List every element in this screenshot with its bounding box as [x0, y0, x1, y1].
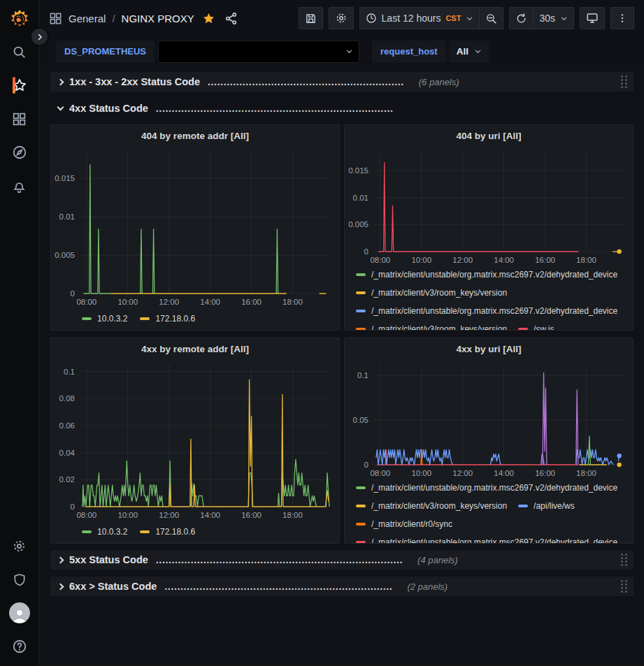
monitor-icon: [586, 12, 599, 24]
sidebar-item-starred[interactable]: [0, 68, 39, 102]
legend-label: /_matrix/client/v3/room_keys/version: [371, 288, 507, 298]
sidebar-bottom-group: [0, 529, 39, 666]
legend-label: /_matrix/client/unstable/org.matrix.msc2…: [371, 306, 617, 316]
apps-icon: [12, 112, 27, 126]
chevron-down-icon: [345, 48, 353, 55]
legend-swatch: [356, 291, 366, 294]
legend-item[interactable]: /_matrix/client/unstable/org.matrix.msc2…: [356, 533, 617, 543]
legend-swatch: [356, 505, 366, 507]
save-icon: [305, 13, 317, 24]
breadcrumb-folder[interactable]: General: [69, 13, 106, 24]
time-series-plot[interactable]: 00.0050.010.01508:0010:0012:0014:0016:00…: [51, 146, 339, 307]
time-series-plot[interactable]: 00.020.040.060.080.108:0010:0012:0014:00…: [51, 359, 339, 521]
legend-item[interactable]: /_matrix/client/v3/room_keys/version: [356, 497, 507, 515]
cycle-view-mode-button[interactable]: [580, 7, 605, 29]
share-button[interactable]: [223, 10, 239, 27]
legend-item[interactable]: /_matrix/client/unstable/org.matrix.msc2…: [356, 479, 617, 497]
panel-title[interactable]: 4xx by uri [All]: [345, 338, 633, 359]
legend-item[interactable]: /_matrix/client/v3/room_keys/version: [356, 320, 507, 330]
share-icon: [224, 12, 238, 25]
legend-swatch: [82, 530, 92, 533]
search-icon: [12, 45, 27, 59]
dashboard-settings-button[interactable]: [329, 7, 354, 29]
legend-item[interactable]: 10.0.3.2: [82, 310, 127, 328]
legend-label: /_matrix/client/unstable/org.matrix.msc2…: [371, 537, 617, 543]
chevron-right-icon: [57, 78, 64, 85]
legend-item[interactable]: /_matrix/client/unstable/org.matrix.msc2…: [356, 302, 617, 320]
sidebar-item-alerting[interactable]: [0, 169, 39, 203]
svg-text:16:00: 16:00: [241, 511, 262, 519]
chevron-right-icon: [57, 583, 64, 590]
panel-title[interactable]: 4xx by remote addr [All]: [51, 338, 339, 359]
legend-item[interactable]: /api/live/ws: [518, 497, 575, 515]
chevron-down-icon: [466, 15, 473, 22]
variable-value-ds-dropdown[interactable]: [158, 41, 359, 63]
row-1xx-3xx-2xx[interactable]: 1xx - 3xx - 2xx Status Code ............…: [50, 72, 634, 92]
refresh-interval-label: 30s: [539, 13, 555, 24]
row-drag-handle[interactable]: [621, 75, 627, 88]
row-4xx[interactable]: 4xx Status Code ........................…: [50, 99, 634, 118]
variable-value-request-host-dropdown[interactable]: All: [450, 41, 489, 63]
breadcrumb-dashboard-title[interactable]: NGINX PROXY: [122, 13, 194, 24]
panel-title[interactable]: 404 by uri [All]: [345, 125, 633, 146]
panel-title[interactable]: 404 by remote addr [All]: [51, 125, 339, 146]
refresh-interval-picker[interactable]: 30s: [534, 7, 574, 29]
sidebar-item-help[interactable]: [0, 630, 39, 663]
row-title: 5xx Status Code: [69, 554, 148, 565]
chevron-right-icon: [57, 556, 64, 563]
svg-text:0: 0: [71, 289, 75, 298]
svg-text:0: 0: [364, 461, 368, 469]
time-range-label: Last 12 hours: [382, 13, 441, 24]
svg-text:0.005: 0.005: [55, 251, 75, 259]
save-dashboard-button[interactable]: [299, 7, 323, 29]
svg-text:0.1: 0.1: [64, 368, 75, 376]
row-drag-handle[interactable]: [621, 553, 627, 566]
row-title: 1xx - 3xx - 2xx Status Code: [69, 76, 200, 87]
legend-item[interactable]: 172.18.0.6: [140, 310, 195, 328]
row-5xx[interactable]: 5xx Status Code ........................…: [50, 550, 634, 570]
sidebar-item-configuration[interactable]: [0, 529, 39, 563]
legend-item[interactable]: /_matrix/client/unstable/org.matrix.msc2…: [356, 266, 617, 284]
legend-item[interactable]: 172.18.0.6: [140, 523, 195, 541]
legend-swatch: [356, 310, 366, 312]
grafana-flame-icon: [9, 8, 30, 29]
favorite-star-button[interactable]: [201, 10, 217, 27]
row-title: 6xx > Status Code: [69, 581, 157, 592]
refresh-group: 30s: [509, 7, 574, 29]
row-drag-handle[interactable]: [621, 580, 627, 593]
legend-item[interactable]: /_matrix/client/r0/sync: [356, 515, 452, 533]
svg-text:12:00: 12:00: [452, 256, 473, 264]
legend-item[interactable]: /sw.js: [518, 320, 554, 330]
svg-text:12:00: 12:00: [159, 298, 179, 306]
row-title-dots: ........................................…: [208, 76, 404, 87]
legend-item[interactable]: 10.0.3.2: [82, 523, 127, 541]
panel-404-by-remote-addr: 404 by remote addr [All] 00.0050.010.015…: [50, 124, 340, 331]
svg-text:18:00: 18:00: [576, 256, 596, 264]
row-panel-count: (4 panels): [417, 555, 458, 565]
series-end-dot: [617, 463, 621, 467]
active-indicator: [13, 77, 15, 94]
time-range-picker[interactable]: Last 12 hours CST: [359, 7, 480, 29]
row-6xx[interactable]: 6xx > Status Code ......................…: [50, 577, 634, 596]
svg-text:0.06: 0.06: [59, 421, 75, 430]
sidebar-item-server-admin[interactable]: [0, 563, 39, 596]
grafana-logo[interactable]: [8, 7, 31, 31]
top-navbar: General / NGINX PROXY: [39, 0, 644, 36]
sidebar-expand-button[interactable]: [30, 27, 49, 46]
svg-text:16:00: 16:00: [535, 256, 555, 264]
series-line: [376, 449, 620, 465]
sidebar-item-explore[interactable]: [0, 136, 39, 169]
legend-swatch: [140, 317, 150, 320]
svg-text:16:00: 16:00: [535, 469, 555, 477]
legend-label: /_matrix/client/unstable/org.matrix.msc2…: [371, 483, 617, 493]
panel-legend: /_matrix/client/unstable/org.matrix.msc2…: [345, 479, 633, 543]
svg-text:08:00: 08:00: [370, 469, 390, 477]
more-options-button[interactable]: [610, 7, 634, 29]
legend-item[interactable]: /_matrix/client/v3/room_keys/version: [356, 284, 507, 302]
sidebar-item-dashboards[interactable]: [0, 102, 39, 136]
time-series-plot[interactable]: 00.050.108:0010:0012:0014:0016:0018:00: [345, 359, 633, 479]
zoom-out-time-button[interactable]: [480, 7, 503, 29]
sidebar-item-profile[interactable]: [0, 596, 39, 630]
time-series-plot[interactable]: 00.0050.010.01508:0010:0012:0014:0016:00…: [345, 146, 633, 266]
refresh-button[interactable]: [509, 7, 534, 29]
